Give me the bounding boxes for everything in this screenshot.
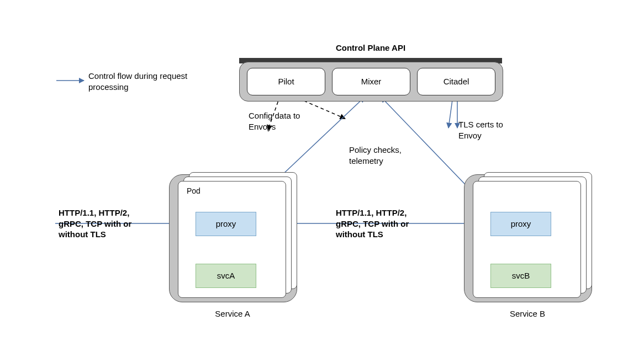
pod-label-a: Pod [187, 186, 200, 195]
svc-box-a: svcA [196, 264, 256, 288]
proxy-box-a: proxy [196, 212, 256, 236]
config-to-envoys-label: Config data to Envoys [249, 110, 326, 132]
service-a-title: Service A [169, 309, 296, 318]
policy-checks-label: Policy checks, telemetry [349, 145, 426, 166]
svc-box-b: svcB [490, 264, 551, 288]
mixer-box: Mixer [332, 68, 410, 95]
tls-certs-label: TLS certs to Envoy [458, 119, 525, 141]
protocols-left: HTTP/1.1, HTTP/2, gRPC, TCP with or with… [59, 207, 152, 240]
service-b-title: Service B [464, 309, 591, 318]
control-plane-title: Control Plane API [239, 43, 502, 52]
proxy-box-b: proxy [490, 212, 551, 236]
pilot-box: Pilot [247, 68, 325, 95]
legend-text: Control flow during request processing [88, 71, 188, 92]
citadel-box: Citadel [417, 68, 495, 95]
protocols-mid: HTTP/1.1, HTTP/2, gRPC, TCP with or with… [336, 207, 430, 240]
